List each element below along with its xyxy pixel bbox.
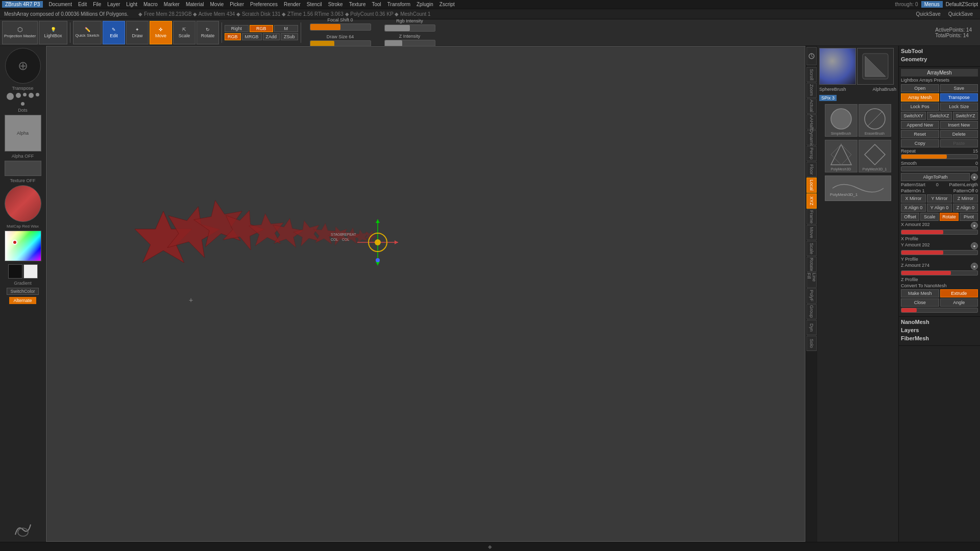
insert-new-btn[interactable]: Insert New (940, 121, 978, 129)
black-swatch[interactable] (8, 264, 22, 279)
menu-texture[interactable]: Texture (347, 1, 369, 8)
zsub-btn[interactable]: ZSub (281, 33, 298, 40)
angle-slider[interactable] (901, 308, 978, 313)
x-amount-track[interactable] (901, 230, 978, 235)
rgb-intensity-slider[interactable]: Rgb Intensity (382, 17, 437, 33)
align-circle-btn[interactable]: ● (971, 173, 978, 181)
align-to-path-btn[interactable]: AlignToPath (901, 173, 970, 181)
menus-btn[interactable]: Menus (921, 1, 943, 8)
menu-zplugin[interactable]: Zplugin (414, 1, 436, 8)
white-swatch[interactable] (23, 264, 38, 279)
scale-nav-btn[interactable]: Scale (806, 241, 817, 256)
open-btn[interactable]: Open (901, 84, 939, 92)
scale-btn[interactable]: ⇱ Scale (173, 21, 195, 44)
simple-brush-thumb[interactable]: SimpleBrush (825, 104, 857, 137)
menu-render[interactable]: Render (281, 1, 303, 8)
rotate-btn[interactable]: ↻ Rotate (197, 21, 219, 44)
mrgb-btn[interactable]: MRGB (242, 33, 262, 40)
transform-widget[interactable] (5, 48, 41, 84)
offset-btn[interactable]: Offset (901, 213, 919, 221)
x-mirror-btn[interactable]: X Mirror (901, 194, 926, 203)
rgb2-btn[interactable]: RGB (225, 33, 241, 40)
alpha-preview[interactable]: Alpha (5, 115, 41, 152)
lock-size-btn[interactable]: Lock Size (940, 103, 978, 111)
dynamic2-nav-btn[interactable]: Dyn (806, 320, 817, 335)
rotate-mode-btn[interactable]: Rotate (940, 213, 959, 221)
smooth-track[interactable] (901, 166, 978, 171)
z-intensity-slider[interactable]: Z Intensity (382, 33, 437, 48)
rgb-btn[interactable]: RGB (250, 25, 274, 32)
actual-nav-btn[interactable]: Actual (806, 98, 817, 114)
switch-color-btn[interactable]: SwitchColor (7, 288, 38, 295)
menu-movie[interactable]: Movie (208, 1, 227, 8)
z-amount-track[interactable] (901, 270, 978, 276)
angle-btn[interactable]: Angle (940, 298, 978, 307)
zoom-nav-btn[interactable]: Zoom (806, 83, 817, 98)
y-mirror-btn[interactable]: Y Mirror (927, 194, 952, 203)
brush-nav-btn[interactable] (806, 47, 817, 65)
group-nav-btn[interactable]: Group (806, 304, 817, 319)
menu-preferences[interactable]: Preferences (248, 1, 280, 8)
focal-shift-track[interactable] (310, 23, 371, 31)
move-btn[interactable]: ✜ Move (150, 21, 172, 44)
copy-btn[interactable]: Copy (901, 139, 939, 147)
menu-file[interactable]: File (90, 1, 104, 8)
menu-macro[interactable]: Macro (141, 1, 160, 8)
canvas-area[interactable]: STAGE COL REPEAT COL + (46, 46, 805, 542)
transpose-btn[interactable]: Transpose (940, 93, 978, 102)
menu-light[interactable]: Light (124, 1, 140, 8)
texture-preview[interactable] (5, 161, 41, 176)
angle-track[interactable] (901, 308, 978, 313)
close-btn[interactable]: Close (901, 298, 939, 307)
z-amount-circle[interactable]: ● (971, 263, 978, 270)
scale-mode-btn[interactable]: Scale (920, 213, 939, 221)
menu-material[interactable]: Material (183, 1, 207, 8)
reset-btn[interactable]: Reset (901, 130, 939, 138)
append-new-btn[interactable]: Append New (901, 121, 939, 129)
array-mesh-btn[interactable]: Array Mesh (901, 93, 939, 102)
y-align-btn[interactable]: Y Align 0 (927, 204, 952, 212)
menu-transform[interactable]: Transform (385, 1, 413, 8)
alternate-btn[interactable]: Alternate (9, 297, 36, 304)
y-amount-track[interactable] (901, 250, 978, 255)
menu-layer[interactable]: Layer (105, 1, 122, 8)
menu-edit[interactable]: Edit (76, 1, 89, 8)
z-amount-slider[interactable]: Z Amount 274 ● (901, 263, 978, 276)
menu-document[interactable]: Document (46, 1, 75, 8)
solo-nav-btn[interactable]: Solo (806, 336, 817, 351)
x-align-btn[interactable]: X Align 0 (901, 204, 926, 212)
repeat-track[interactable] (901, 154, 978, 159)
linefill-nav-btn[interactable]: Line Fill (806, 272, 817, 288)
z-align-btn[interactable]: Z Align 0 (953, 204, 978, 212)
right-btn[interactable]: Right (225, 25, 249, 32)
color-picker[interactable] (5, 231, 41, 261)
lock-pos-btn[interactable]: Lock Pos (901, 103, 939, 111)
lightbox-btn[interactable]: 💡 LightBox (39, 21, 67, 44)
menu-tool[interactable]: Tool (369, 1, 383, 8)
rgb-intensity-track[interactable] (384, 24, 435, 32)
smooth-slider[interactable]: Smooth 0 (901, 161, 978, 171)
xyz-nav-btn[interactable]: XYZ (806, 193, 817, 209)
scroll-nav-btn[interactable]: Scroll (806, 67, 817, 82)
material-preview[interactable] (5, 185, 41, 222)
x-amount-slider[interactable]: X Amount 202 ● (901, 222, 978, 235)
switch-yz-btn[interactable]: SwitchYZ (953, 112, 978, 120)
brush-sphere-preview[interactable] (819, 48, 856, 85)
poly-mesh-thumb1[interactable]: PolyMesh3D (825, 140, 857, 172)
m-btn[interactable]: M (274, 25, 298, 32)
y-amount-slider[interactable]: Y Amount 202 ● (901, 242, 978, 255)
star-thumb-wide[interactable]: PolyMesh3D_1 (825, 176, 891, 201)
polyf-nav-btn[interactable]: PolyF (806, 288, 817, 304)
rotate-nav-btn[interactable]: Rotate (806, 257, 817, 272)
menu-marker[interactable]: Marker (161, 1, 182, 8)
local-nav-btn[interactable]: Local (806, 178, 817, 193)
switch-xy-btn[interactable]: SwitchXY (901, 112, 926, 120)
eraser-brush-thumb[interactable]: EraserBrush (859, 104, 891, 137)
projection-master-btn[interactable]: ⬡ Projection Master (2, 21, 38, 44)
zadd-btn[interactable]: ZAdd (263, 33, 280, 40)
menu-zscript[interactable]: Zscript (437, 1, 457, 8)
menu-stencil[interactable]: Stencil (304, 1, 325, 8)
poly-mesh-thumb2[interactable]: PolyMesh3D_1 (859, 140, 891, 172)
menu-picker[interactable]: Picker (227, 1, 247, 8)
frame-nav-btn[interactable]: Frame (806, 209, 817, 224)
